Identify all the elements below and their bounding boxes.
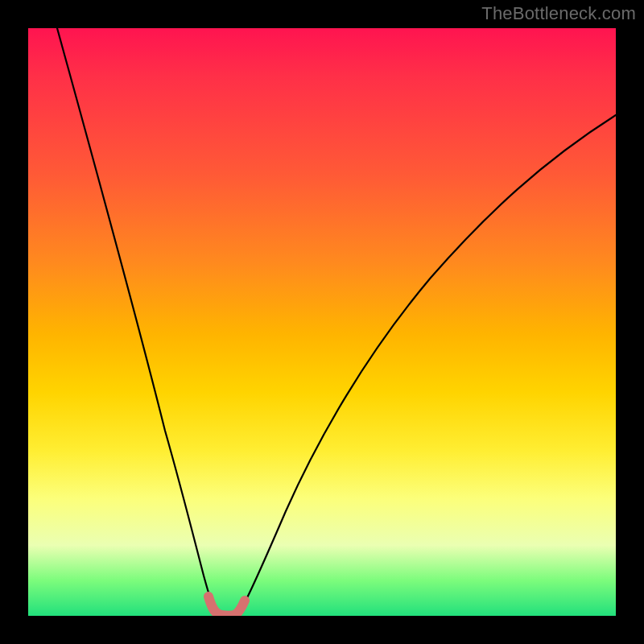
chart-frame: TheBottleneck.com xyxy=(0,0,644,644)
optimal-region-marker xyxy=(208,597,245,616)
watermark-text: TheBottleneck.com xyxy=(481,3,636,24)
bottleneck-curve xyxy=(57,28,616,615)
plot-area xyxy=(28,28,616,616)
bottleneck-chart-svg xyxy=(28,28,616,616)
